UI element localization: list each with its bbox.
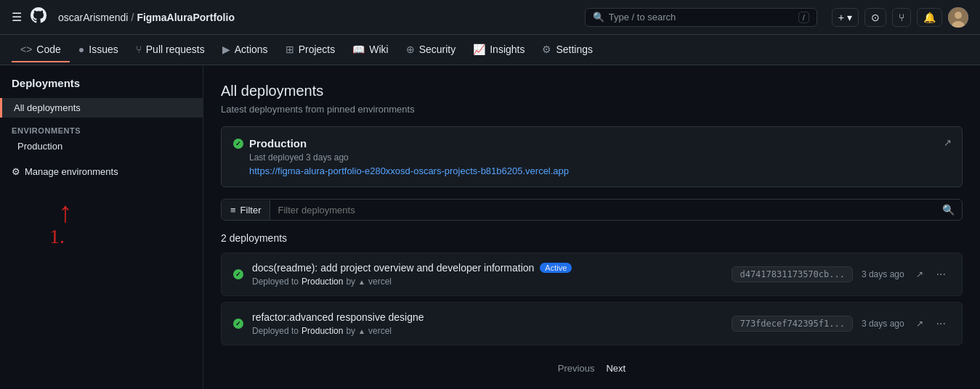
- deploy-1-hash: d47417831173570cb...: [732, 266, 853, 282]
- breadcrumb: oscarArismendi / FigmaAluraPortfolio: [58, 12, 235, 23]
- svg-point-1: [955, 12, 962, 19]
- sidebar-manage-environments[interactable]: ⚙ Manage environments: [0, 160, 203, 183]
- search-bar[interactable]: 🔍 Type / to search /: [585, 8, 817, 27]
- deploy-2-title-row: refactor:advanced responsive designe: [252, 311, 723, 323]
- deploy-2-env[interactable]: Production: [301, 326, 343, 336]
- deploy-2-time: 3 days ago: [862, 319, 904, 329]
- deploy-1-by: by: [346, 277, 355, 287]
- deploy-2-info: refactor:advanced responsive designe Dep…: [252, 311, 723, 336]
- annotation-arrow: ↑: [58, 197, 203, 226]
- deploy-1-time: 3 days ago: [862, 269, 904, 279]
- sidebar-production-label: Production: [17, 141, 62, 152]
- deploy-1-external-link-icon[interactable]: ↗: [916, 269, 923, 279]
- production-url-link[interactable]: https://figma-alura-portfolio-e280xxosd-…: [249, 165, 569, 176]
- filter-button[interactable]: ≡ Filter: [222, 200, 270, 220]
- plus-icon: +: [838, 12, 844, 23]
- deploy-2-deployer: vercel: [368, 326, 392, 336]
- deploy-1-title-row: docs(readme): add project overview and d…: [252, 262, 723, 274]
- issues-icon: ●: [78, 44, 84, 55]
- top-nav: ☰ oscarArismendi / FigmaAluraPortfolio 🔍…: [0, 0, 980, 35]
- page-subtitle: Latest deployments from pinned environme…: [221, 104, 963, 115]
- tab-actions[interactable]: ▶ Actions: [214, 38, 277, 62]
- filter-bar: ≡ Filter 🔍: [221, 199, 963, 221]
- deploy-2-hash: 773fdecef742395f1...: [732, 316, 853, 332]
- sidebar: Deployments All deployments Environments…: [0, 65, 203, 389]
- repo-tabs: <> Code ● Issues ⑂ Pull requests ▶ Actio…: [0, 35, 980, 65]
- new-button[interactable]: + ▾: [832, 8, 859, 27]
- production-status-icon: [233, 139, 243, 149]
- deploy-1-deployed-to: Deployed to: [252, 277, 299, 287]
- tab-actions-label: Actions: [235, 44, 268, 55]
- breadcrumb-user[interactable]: oscarArismendi: [58, 12, 128, 23]
- tab-pull-requests[interactable]: ⑂ Pull requests: [127, 38, 214, 62]
- security-icon: ⊕: [406, 44, 415, 55]
- pr-icon-btn[interactable]: ⑂: [892, 8, 911, 27]
- notifications-icon-btn[interactable]: 🔔: [917, 8, 942, 27]
- deploy-2-more-button[interactable]: ···: [932, 316, 950, 332]
- projects-icon: ⊞: [286, 44, 294, 55]
- tab-projects[interactable]: ⊞ Projects: [277, 38, 344, 62]
- pagination-next[interactable]: Next: [606, 363, 625, 374]
- main-content: All deployments Latest deployments from …: [203, 65, 980, 389]
- avatar[interactable]: [948, 7, 968, 28]
- tab-insights-label: Insights: [490, 44, 525, 55]
- annotation-container: ↑ 1.: [0, 190, 203, 242]
- tab-insights[interactable]: 📈 Insights: [464, 38, 533, 62]
- filter-search-icon: 🔍: [935, 200, 962, 220]
- tab-code[interactable]: <> Code: [12, 38, 70, 62]
- table-row: refactor:advanced responsive designe Dep…: [221, 302, 963, 345]
- production-card: Production Last deployed 3 days ago http…: [221, 126, 963, 187]
- table-row: docs(readme): add project overview and d…: [221, 253, 963, 296]
- annotation-number: 1.: [49, 225, 203, 248]
- production-meta: Last deployed 3 days ago: [233, 152, 950, 163]
- tab-security-label: Security: [419, 44, 456, 55]
- github-logo[interactable]: [31, 7, 46, 28]
- pagination-previous[interactable]: Previous: [558, 363, 595, 374]
- deploy-1-info: docs(readme): add project overview and d…: [252, 262, 723, 287]
- issues-icon-btn[interactable]: ⊙: [864, 8, 886, 27]
- page-title: All deployments: [221, 83, 963, 99]
- deploy-1-deployer: vercel: [368, 277, 392, 287]
- settings-icon: ⚙: [542, 44, 551, 55]
- gear-icon: ⚙: [12, 166, 20, 177]
- deploy-2-sub: Deployed to Production by ▲ vercel: [252, 326, 723, 336]
- tab-issues-label: Issues: [89, 44, 118, 55]
- deploy-1-sub: Deployed to Production by ▲ vercel: [252, 277, 723, 287]
- insights-icon: 📈: [473, 44, 485, 55]
- actions-icon: ▶: [222, 44, 230, 55]
- tab-wiki[interactable]: 📖 Wiki: [344, 38, 397, 62]
- breadcrumb-separator: /: [131, 12, 134, 23]
- deploy-2-deployer-icon: ▲: [358, 327, 365, 335]
- deploy-1-deployer-icon: ▲: [358, 278, 365, 286]
- deployments-count: 2 deployments: [221, 232, 963, 244]
- wiki-icon: 📖: [352, 44, 365, 55]
- deploy-1-title: docs(readme): add project overview and d…: [252, 262, 534, 274]
- plus-chevron: ▾: [847, 12, 852, 23]
- search-icon: 🔍: [593, 12, 604, 22]
- code-icon: <>: [20, 44, 32, 55]
- filter-input[interactable]: [270, 200, 935, 220]
- deploy-2-status-icon: [233, 319, 243, 329]
- deploy-1-more-button[interactable]: ···: [932, 266, 950, 282]
- deploy-2-title: refactor:advanced responsive designe: [252, 311, 424, 323]
- deploy-1-status-icon: [233, 269, 243, 279]
- production-title: Production: [249, 137, 307, 150]
- sidebar-title: Deployments: [0, 77, 203, 98]
- sidebar-item-all-deployments[interactable]: All deployments: [0, 98, 203, 118]
- sidebar-environments-label: Environments: [0, 118, 203, 138]
- production-last-deployed: Last deployed 3 days ago: [249, 152, 349, 163]
- tab-issues[interactable]: ● Issues: [70, 38, 127, 62]
- tab-settings[interactable]: ⚙ Settings: [533, 38, 602, 62]
- breadcrumb-repo[interactable]: FigmaAluraPortfolio: [137, 12, 235, 23]
- deploy-2-by: by: [346, 326, 355, 336]
- deploy-2-external-link-icon[interactable]: ↗: [916, 319, 923, 329]
- production-external-link-icon[interactable]: ↗: [944, 137, 952, 148]
- tab-security[interactable]: ⊕ Security: [397, 38, 465, 62]
- pagination: Previous Next: [221, 351, 963, 385]
- hamburger-icon[interactable]: ☰: [12, 10, 22, 24]
- sidebar-manage-label: Manage environments: [25, 166, 118, 177]
- layout: Deployments All deployments Environments…: [0, 65, 980, 389]
- sidebar-item-production[interactable]: Production: [0, 138, 203, 155]
- deploy-1-env[interactable]: Production: [301, 277, 343, 287]
- production-url: https://figma-alura-portfolio-e280xxosd-…: [233, 165, 950, 176]
